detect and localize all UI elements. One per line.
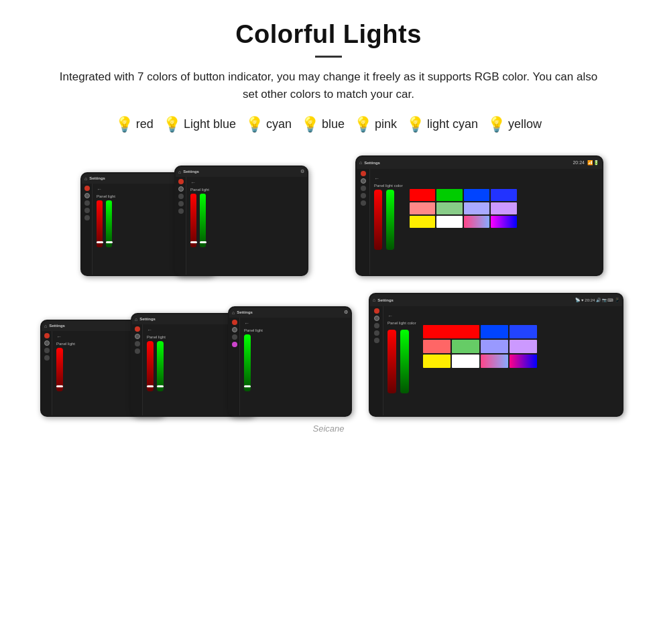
red-slider-r1s1[interactable]	[97, 200, 103, 247]
sidebar-power-r2s1	[44, 340, 50, 346]
home-icon-r1s3: ⌂	[359, 160, 362, 165]
color-cell-9[interactable]	[410, 216, 436, 228]
back-arrow-r2s3: ←	[244, 320, 347, 326]
sidebar-dot-r2s1	[44, 333, 50, 338]
settings-label-r1s2: Settings	[183, 170, 199, 174]
sidebar-icon4-r1s1	[84, 208, 90, 213]
home-icon-r1s1: ⌂	[84, 176, 87, 181]
sidebar-icon5-r1s3	[361, 200, 366, 206]
color-cell2-1[interactable]	[423, 325, 479, 338]
settings-label-r2s2: Settings	[139, 317, 156, 321]
bulb-blue-icon: 💡	[301, 116, 319, 133]
green-slider-r1s3[interactable]	[386, 190, 394, 250]
color-cell2-10[interactable]	[481, 355, 508, 368]
color-cell2-3[interactable]	[510, 325, 537, 338]
red-slider-r2s2[interactable]	[147, 341, 154, 391]
sidebar-icon3-r1s2	[178, 194, 184, 199]
sidebar-icon3-r2s2	[135, 341, 140, 346]
color-cell-8[interactable]	[491, 202, 517, 214]
gear-icon-r2s3: ⚙	[344, 310, 348, 315]
color-cell2-5[interactable]	[452, 340, 479, 353]
sidebar-icon5-r2s4	[374, 338, 379, 343]
sidebar-dot-r2s3	[232, 320, 237, 325]
slider-thumb2-r1s2	[200, 241, 206, 243]
sidebar-icon4-r2s3	[232, 342, 237, 347]
bulb-cyan-icon: 💡	[245, 116, 263, 133]
status-icons-r2s4: 📡 ♥ 20:24 🔊 📷 ⌨ 📱	[575, 298, 619, 302]
color-cell2-6[interactable]	[481, 340, 508, 353]
color-cell2-9[interactable]	[452, 355, 479, 368]
title-divider	[315, 56, 342, 58]
sidebar-icon5-r1s1	[84, 215, 90, 220]
slider-thumb-r2s1	[56, 385, 63, 387]
sidebar-icon3-r1s3	[361, 186, 366, 191]
row1-screens: ⌂ Settings ⚙ ← Panel light	[27, 152, 630, 276]
watermark: Seicane	[27, 424, 630, 434]
green-slider-r2s2[interactable]	[157, 341, 164, 391]
bulb-yellow-icon: 💡	[487, 116, 505, 133]
screen-row2-4: ⌂ Settings 📡 ♥ 20:24 🔊 📷 ⌨ 📱	[369, 293, 623, 417]
color-cell-2[interactable]	[436, 189, 463, 201]
settings-label-r1s1: Settings	[89, 176, 105, 180]
home-icon-r1s2: ⌂	[178, 170, 181, 174]
clock-r1s3: 20:24	[573, 160, 585, 165]
color-cell-12[interactable]	[491, 216, 517, 228]
color-cell2-2[interactable]	[481, 325, 508, 338]
description: Integrated with 7 colors of button indic…	[54, 68, 603, 104]
screen-row1-3: ⌂ Settings 20:24 📶🔋	[355, 155, 603, 276]
color-cell-5[interactable]	[410, 202, 436, 214]
color-cell-7[interactable]	[464, 202, 490, 214]
red-slider-r1s3[interactable]	[374, 190, 382, 250]
sidebar-power-r2s3	[232, 327, 237, 332]
home-icon-r2s2: ⌂	[135, 317, 137, 322]
color-red-label: red	[136, 117, 154, 131]
color-yellow: 💡 yellow	[487, 116, 542, 133]
color-lightblue-label: Light blue	[184, 117, 236, 131]
sidebar-dot-r2s4	[374, 308, 379, 314]
sidebar-icon4-r1s3	[361, 193, 366, 198]
color-lightblue: 💡 Light blue	[163, 116, 236, 133]
color-cell-6[interactable]	[436, 202, 463, 214]
sidebar-icon3-r2s3	[232, 334, 237, 340]
back-arrow-r2s4: ←	[387, 313, 416, 319]
sidebar-icon4-r2s1	[44, 355, 50, 361]
green-slider-r2s3[interactable]	[244, 334, 251, 391]
settings-label-r2s1: Settings	[49, 324, 65, 328]
sidebar-icon4-r2s4	[374, 330, 379, 336]
sidebar-icon5-r1s2	[178, 208, 184, 214]
home-icon-r2s3: ⌂	[232, 310, 235, 315]
panel-light-label-r2s3: Panel light	[244, 328, 347, 332]
header-section: Colorful Lights Integrated with 7 colors…	[27, 20, 630, 104]
sidebar-icon4-r1s2	[178, 201, 184, 206]
icons-r1s3: 📶🔋	[587, 160, 599, 166]
color-cell2-7[interactable]	[510, 340, 537, 353]
screen-row1-2: ⌂ Settings ⚙ ← Panel light	[174, 166, 308, 276]
color-cell-1[interactable]	[410, 189, 436, 201]
color-red: 💡 red	[115, 116, 154, 133]
color-cell2-11[interactable]	[510, 355, 537, 368]
color-cell-4[interactable]	[491, 189, 517, 201]
color-blue: 💡 blue	[301, 116, 345, 133]
gear-icon-r1s2: ⚙	[300, 169, 304, 174]
red-slider-r2s4[interactable]	[387, 330, 396, 393]
slider-thumb-r1s2	[190, 241, 197, 243]
sidebar-dot-r2s2	[135, 326, 140, 332]
home-icon-r2s4: ⌂	[373, 298, 375, 302]
green-slider-r1s1[interactable]	[106, 200, 112, 247]
red-slider-r2s1[interactable]	[56, 348, 63, 391]
color-cell-11[interactable]	[464, 216, 490, 228]
color-cell-10[interactable]	[436, 216, 463, 228]
colors-row: 💡 red 💡 Light blue 💡 cyan 💡 blue 💡 pink …	[27, 116, 630, 133]
red-slider-r1s2[interactable]	[190, 194, 196, 247]
color-cyan-label: cyan	[266, 117, 292, 131]
color-yellow-label: yellow	[508, 117, 542, 131]
green-slider-r1s2[interactable]	[200, 194, 206, 247]
color-cell2-4[interactable]	[423, 340, 451, 353]
sidebar-power-r2s4	[374, 316, 379, 321]
color-cell-3[interactable]	[464, 189, 490, 201]
panel-light-label-r1s2: Panel light	[190, 188, 303, 192]
settings-label-r2s3: Settings	[237, 310, 253, 314]
color-cell2-8[interactable]	[423, 355, 451, 368]
sidebar-power-r1s2	[178, 186, 184, 192]
green-slider-r2s4[interactable]	[400, 330, 409, 393]
